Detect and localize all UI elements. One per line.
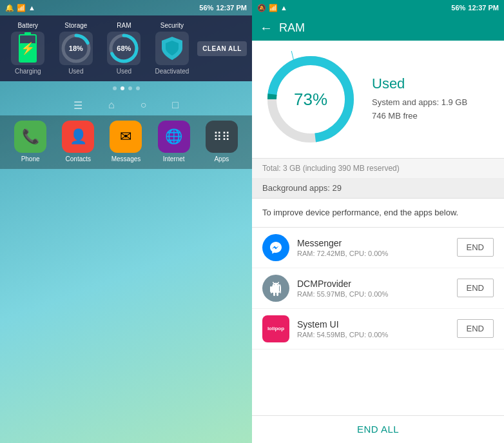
dock-phone[interactable]: 📞 Phone xyxy=(14,121,46,162)
ram-donut-chart: 73% xyxy=(262,51,359,148)
dock-apps[interactable]: ⠿⠿ Apps xyxy=(206,121,238,162)
dock-internet[interactable]: 🌐 Internet xyxy=(158,121,190,162)
qs-battery-sub: Charging xyxy=(15,68,41,75)
end-all-bar: END ALL xyxy=(252,415,504,443)
ram-page-title: RAM xyxy=(279,21,305,35)
right-battery-percent: 56% xyxy=(451,4,465,12)
qs-security-icon-wrap xyxy=(155,32,189,65)
ram-detail-line2: 746 MB free xyxy=(372,110,494,123)
back-arrow-button[interactable]: ← xyxy=(260,21,273,35)
shield-icon xyxy=(160,35,184,61)
ram-detail-line1: System and apps: 1.9 GB xyxy=(372,96,494,110)
qs-storage-label: Storage xyxy=(64,22,87,29)
right-panel: 🔕 📶 ▲ 56% 12:37 PM ← RAM 73% xyxy=(252,0,504,443)
messenger-ram: RAM: 72.42MB, CPU: 0.00% xyxy=(297,250,449,257)
ram-info: Used System and apps: 1.9 GB 746 MB free xyxy=(372,75,494,123)
left-status-icons: 🔔 📶 ▲ xyxy=(5,4,35,12)
ram-total: Total: 3 GB (including 390 MB reserved) xyxy=(252,158,504,178)
dcm-ram: RAM: 55.97MB, CPU: 0.00% xyxy=(297,290,449,298)
page-dot-4 xyxy=(136,86,140,90)
internet-icon: 🌐 xyxy=(158,121,190,153)
ram-total-text: Total: 3 GB (including 390 MB reserved) xyxy=(262,164,400,173)
phone-icon: 📞 xyxy=(14,121,46,153)
quick-settings-panel: Battery ⚡ Charging Storage 18% Used xyxy=(0,15,252,81)
end-all-button[interactable]: END ALL xyxy=(357,424,399,435)
page-dots xyxy=(0,81,252,95)
messenger-name: Messenger xyxy=(297,238,449,248)
contacts-icon: 👤 xyxy=(62,121,94,153)
back-button[interactable]: ○ xyxy=(141,99,147,112)
home-button[interactable]: ⌂ xyxy=(108,99,115,112)
page-dot-3 xyxy=(128,86,132,90)
phone-label: Phone xyxy=(21,155,40,162)
home-content: ☰ ⌂ ○ □ 📞 Phone 👤 Contacts ✉ Messages 🌐 … xyxy=(0,81,252,169)
messenger-end-button[interactable]: END xyxy=(457,238,494,257)
right-status-bar: 🔕 📶 ▲ 56% 12:37 PM xyxy=(252,0,504,15)
battery-icon: ⚡ xyxy=(19,34,37,63)
ram-used-label: Used xyxy=(372,75,494,92)
page-dot-2 xyxy=(121,86,124,90)
app-dock: 📞 Phone 👤 Contacts ✉ Messages 🌐 Internet… xyxy=(0,115,252,169)
left-battery-percent: 56% xyxy=(199,4,213,12)
contacts-label: Contacts xyxy=(66,155,91,162)
improve-performance-text: To improve device performance, end the a… xyxy=(252,199,504,228)
qs-security-sub: Deactivated xyxy=(155,68,189,75)
qs-battery[interactable]: Battery ⚡ Charging xyxy=(5,22,51,75)
left-status-icon-3: ▲ xyxy=(28,4,35,12)
qs-battery-icon-wrap: ⚡ xyxy=(11,32,44,65)
bg-apps-count: Background apps: 29 xyxy=(262,183,342,193)
right-status-right: 56% 12:37 PM xyxy=(451,4,499,12)
dcm-name: DCMProvider xyxy=(297,279,449,289)
storage-percent-text: 18% xyxy=(69,44,83,52)
qs-security[interactable]: Security Deactivated xyxy=(150,22,195,75)
lollipop-icon: lolipop xyxy=(262,315,289,342)
internet-label: Internet xyxy=(163,155,185,162)
left-status-time-battery: 56% 12:37 PM xyxy=(199,4,247,12)
dcm-icon xyxy=(262,275,289,302)
qs-ram-icon-wrap: 68% xyxy=(107,32,141,65)
qs-storage[interactable]: Storage 18% Used xyxy=(53,22,99,75)
used-line-svg xyxy=(262,51,359,148)
svg-line-7 xyxy=(287,51,295,64)
ram-detail: System and apps: 1.9 GB 746 MB free xyxy=(372,96,494,123)
qs-storage-sub: Used xyxy=(68,68,83,75)
systemui-info: System UI RAM: 54.59MB, CPU: 0.00% xyxy=(297,319,449,339)
dcm-end-button[interactable]: END xyxy=(457,279,494,297)
systemui-ram: RAM: 54.59MB, CPU: 0.00% xyxy=(297,331,449,339)
recent-button[interactable]: □ xyxy=(172,99,179,112)
qs-ram-sub: Used xyxy=(117,68,131,75)
dock-messages[interactable]: ✉ Messages xyxy=(110,121,142,162)
app-list: Messenger RAM: 72.42MB, CPU: 0.00% END D… xyxy=(252,228,504,416)
right-signal-icon: ▲ xyxy=(280,4,287,12)
battery-bolt-icon: ⚡ xyxy=(21,41,35,55)
left-status-bar: 🔔 📶 ▲ 56% 12:37 PM xyxy=(0,0,252,15)
ram-percent-text: 68% xyxy=(117,44,131,52)
qs-ram[interactable]: RAM 68% Used xyxy=(101,22,147,75)
dock-contacts[interactable]: 👤 Contacts xyxy=(62,121,94,162)
messenger-svg xyxy=(269,241,283,255)
ram-chart-section: 73% Used System and apps: 1.9 GB 746 MB … xyxy=(252,41,504,158)
systemui-end-button[interactable]: END xyxy=(457,319,494,338)
menu-button[interactable]: ☰ xyxy=(73,99,82,112)
list-item: lolipop System UI RAM: 54.59MB, CPU: 0.0… xyxy=(252,309,504,349)
left-panel: 🔔 📶 ▲ 56% 12:37 PM Battery ⚡ Charging St… xyxy=(0,0,252,443)
qs-battery-label: Battery xyxy=(17,22,38,29)
list-item: DCMProvider RAM: 55.97MB, CPU: 0.00% END xyxy=(252,268,504,309)
apps-grid-icon: ⠿⠿ xyxy=(206,121,238,153)
dcm-info: DCMProvider RAM: 55.97MB, CPU: 0.00% xyxy=(297,279,449,298)
right-status-icon-1: 🔕 xyxy=(257,4,266,12)
systemui-name: System UI xyxy=(297,319,449,330)
qs-security-label: Security xyxy=(160,22,184,29)
page-dot-1 xyxy=(113,86,117,90)
clean-all-button[interactable]: CLEAN ALL xyxy=(197,41,247,56)
right-status-icon-2: 📶 xyxy=(269,4,278,12)
messenger-info: Messenger RAM: 72.42MB, CPU: 0.00% xyxy=(297,238,449,257)
right-status-icons: 🔕 📶 ▲ xyxy=(257,4,287,12)
list-item: Messenger RAM: 72.42MB, CPU: 0.00% END xyxy=(252,228,504,268)
qs-storage-icon-wrap: 18% xyxy=(59,32,93,65)
left-status-icon-2: 📶 xyxy=(17,4,26,12)
improve-text-content: To improve device performance, end the a… xyxy=(262,208,458,217)
qs-ram-label: RAM xyxy=(117,22,131,29)
messenger-icon xyxy=(262,234,289,261)
bg-apps-header: Background apps: 29 xyxy=(252,178,504,199)
